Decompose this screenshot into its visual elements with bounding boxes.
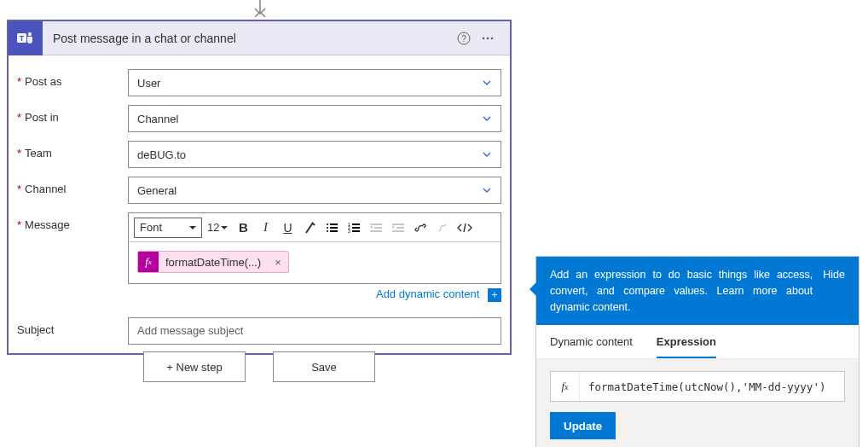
chip-remove-icon[interactable]: × xyxy=(268,256,288,269)
svg-point-10 xyxy=(327,227,328,229)
svg-rect-17 xyxy=(352,227,360,229)
svg-text:?: ? xyxy=(461,34,466,44)
expression-text: formatDateTime(utcNow(),'MM-dd-yyyy') xyxy=(580,380,834,393)
expression-chip[interactable]: fx formatDateTime(...) × xyxy=(137,251,289,273)
subject-placeholder: Add message subject xyxy=(137,324,243,337)
svg-rect-21 xyxy=(374,227,382,229)
fx-icon: fx xyxy=(551,372,580,401)
link-icon[interactable] xyxy=(410,218,431,238)
svg-rect-25 xyxy=(392,230,404,232)
svg-rect-23 xyxy=(392,224,404,225)
svg-point-6 xyxy=(487,37,489,39)
font-size-select[interactable]: 12 xyxy=(204,218,231,238)
subject-input[interactable]: Add message subject xyxy=(128,317,501,345)
subject-label: Subject xyxy=(17,317,128,336)
svg-rect-19 xyxy=(352,230,360,232)
font-select[interactable]: Font xyxy=(134,218,202,238)
new-step-button[interactable]: + New step xyxy=(143,351,246,382)
svg-rect-11 xyxy=(330,227,338,229)
post-in-value: Channel xyxy=(137,113,178,125)
svg-point-12 xyxy=(327,230,328,232)
font-color-icon[interactable] xyxy=(299,218,320,238)
indent-icon xyxy=(388,218,408,238)
post-in-label: Post in xyxy=(17,105,128,124)
svg-rect-22 xyxy=(370,230,382,232)
hide-button[interactable]: Hide xyxy=(823,267,845,315)
chevron-down-icon xyxy=(482,149,492,160)
tab-expression[interactable]: Expression xyxy=(657,325,716,358)
chevron-down-icon xyxy=(482,113,492,124)
action-card: T Post message in a chat or channel ? Po… xyxy=(7,20,512,355)
svg-rect-13 xyxy=(330,230,338,232)
svg-point-5 xyxy=(483,37,485,39)
svg-rect-20 xyxy=(370,224,382,225)
team-value: deBUG.to xyxy=(137,148,186,161)
expression-input[interactable]: fx formatDateTime(utcNow(),'MM-dd-yyyy') xyxy=(550,371,845,402)
message-content[interactable]: fx formatDateTime(...) × xyxy=(129,242,501,283)
svg-point-7 xyxy=(491,37,494,39)
post-as-select[interactable]: User xyxy=(128,69,501,96)
team-select[interactable]: deBUG.to xyxy=(128,141,501,168)
channel-label: Channel xyxy=(17,177,128,195)
save-button[interactable]: Save xyxy=(273,351,375,382)
update-button[interactable]: Update xyxy=(550,412,616,439)
team-label: Team xyxy=(17,141,128,160)
channel-value: General xyxy=(137,184,176,197)
svg-text:3: 3 xyxy=(348,229,350,234)
expression-panel: Add an expression to do basic things lik… xyxy=(535,256,859,447)
tab-dynamic-content[interactable]: Dynamic content xyxy=(550,325,633,358)
bullet-list-icon[interactable] xyxy=(321,218,342,238)
svg-text:T: T xyxy=(20,33,25,42)
chip-label: formatDateTime(...) xyxy=(159,256,268,269)
italic-icon[interactable]: I xyxy=(255,218,275,238)
chevron-down-icon xyxy=(482,185,492,195)
post-as-label: Post as xyxy=(17,69,128,88)
svg-rect-24 xyxy=(396,227,404,229)
svg-point-8 xyxy=(327,224,328,225)
number-list-icon[interactable]: 123 xyxy=(344,218,364,238)
flow-arrow-icon xyxy=(252,0,268,19)
message-label: Message xyxy=(17,212,128,231)
teams-icon: T xyxy=(9,21,43,55)
message-editor: Font 12 B I U 123 xyxy=(128,212,501,284)
bold-icon[interactable]: B xyxy=(233,218,253,238)
add-dynamic-content-link[interactable]: Add dynamic content xyxy=(376,287,479,300)
svg-rect-15 xyxy=(352,224,360,225)
post-as-value: User xyxy=(137,77,160,90)
plus-icon[interactable]: ＋ xyxy=(488,288,501,302)
rich-text-toolbar: Font 12 B I U 123 xyxy=(129,213,501,242)
outdent-icon xyxy=(366,218,386,238)
svg-point-2 xyxy=(28,32,32,35)
unlink-icon xyxy=(432,218,453,238)
code-view-icon[interactable] xyxy=(454,218,475,238)
panel-pointer-icon xyxy=(529,282,536,296)
chevron-down-icon xyxy=(482,78,492,88)
help-icon[interactable]: ? xyxy=(452,32,476,45)
action-title: Post message in a chat or channel xyxy=(43,32,452,45)
underline-icon[interactable]: U xyxy=(277,218,298,238)
action-header[interactable]: T Post message in a chat or channel ? xyxy=(9,21,510,55)
post-in-select[interactable]: Channel xyxy=(128,105,501,132)
more-icon[interactable] xyxy=(476,32,500,45)
channel-select[interactable]: General xyxy=(128,177,501,204)
fx-icon: fx xyxy=(138,252,159,272)
svg-rect-9 xyxy=(330,224,338,225)
